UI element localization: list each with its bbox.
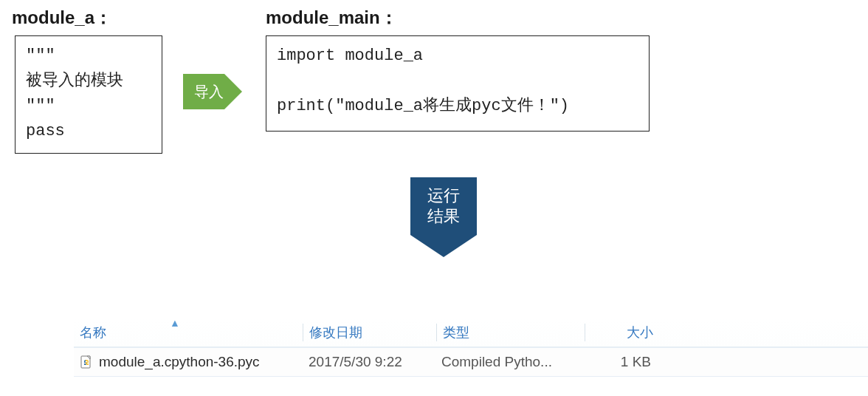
import-arrow: 导入: [183, 74, 242, 109]
file-modified: 2017/5/30 9:22: [303, 348, 435, 376]
file-name: module_a.cpython-36.pyc: [99, 354, 260, 370]
column-header-modified[interactable]: 修改日期: [303, 318, 436, 346]
column-header-name[interactable]: 名称: [74, 318, 303, 346]
column-header-type[interactable]: 类型: [437, 318, 585, 346]
file-size: 1 KB: [583, 348, 657, 376]
file-listing-header: ▲ 名称 修改日期 类型 大小: [74, 318, 868, 347]
column-header-size[interactable]: 大小: [585, 318, 659, 346]
result-tag-arrow: [410, 235, 477, 257]
result-tag-label: 运行结果: [427, 185, 460, 227]
file-type: Compiled Pytho...: [435, 348, 583, 376]
module-a-heading: module_a：: [12, 6, 112, 30]
python-file-icon: [80, 355, 93, 369]
sort-indicator-icon: ▲: [170, 317, 180, 329]
module-main-code-box: import module_a print("module_a将生成pyc文件！…: [266, 35, 650, 132]
module-a-code-box: """ 被导入的模块 """ pass: [15, 35, 162, 154]
file-row[interactable]: module_a.cpython-36.pyc 2017/5/30 9:22 C…: [74, 347, 868, 377]
result-tag: 运行结果: [410, 177, 477, 257]
file-listing: ▲ 名称 修改日期 类型 大小 module_a.cpython-36.py: [74, 318, 868, 377]
import-arrow-label: 导入: [194, 82, 224, 102]
module-main-heading: module_main：: [266, 6, 398, 30]
